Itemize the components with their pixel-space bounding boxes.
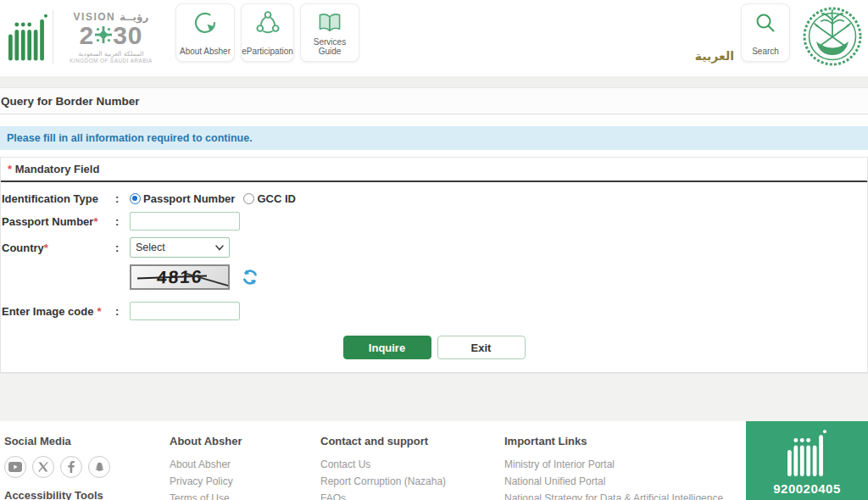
radio-unselected-icon[interactable] — [243, 193, 254, 204]
required-asterisk: * — [93, 215, 97, 228]
footer-contact-column: Contact and support Contact Us Report Co… — [320, 435, 446, 500]
country-row: Country* : Select — [1, 237, 867, 258]
passport-number-row: Passport Number* : — [1, 212, 867, 231]
site-header: VISION رؤيــة 2 30 المملكة العربية السعو… — [0, 0, 868, 76]
social-media-heading: Social Media — [4, 435, 110, 447]
identification-type-options: Passport Number GCC ID — [130, 192, 303, 205]
pre-footer-band — [0, 373, 868, 421]
form-actions: Inquire Exit — [1, 336, 867, 359]
footer-social-column: Social Media Accessibility Tools — [4, 435, 110, 500]
chevron-down-icon — [215, 245, 224, 251]
captcha-row: 4816 — [130, 264, 867, 290]
snapchat-icon[interactable] — [88, 456, 110, 478]
required-asterisk: * — [8, 163, 12, 175]
info-alert: Please fill in all information required … — [0, 126, 868, 150]
mandatory-field-note: * Mandatory Field — [1, 158, 867, 182]
radio-gcc-id[interactable]: GCC ID — [243, 192, 296, 205]
about-absher-icon — [192, 10, 218, 36]
nav-card-search[interactable]: Search — [741, 3, 790, 62]
exit-button[interactable]: Exit — [437, 336, 526, 359]
vision-2030-year: 2 30 — [61, 23, 161, 48]
required-asterisk: * — [97, 305, 101, 318]
country-select[interactable]: Select — [130, 237, 230, 258]
footer-about-column: About Absher About Absher Privacy Policy… — [170, 435, 242, 500]
absher-logo-white — [787, 429, 826, 478]
header-divider — [53, 10, 53, 64]
footer-link-moi-portal[interactable]: Ministry of Interior Portal — [504, 456, 723, 473]
footer-link-terms-of-use[interactable]: Terms of Use — [170, 490, 242, 500]
identification-type-label: Identification Type — [1, 192, 115, 205]
support-phone-number: 920020405 — [773, 481, 841, 496]
identification-type-row: Identification Type : Passport Number GC… — [1, 192, 867, 205]
image-code-row: Enter Image code* : — [1, 302, 867, 320]
passport-number-label: Passport Number* — [1, 215, 115, 228]
ministry-of-interior-emblem — [802, 4, 863, 69]
social-icons — [4, 456, 110, 478]
header-bottom-strip — [0, 76, 868, 88]
vision-2030-logo: VISION رؤيــة 2 30 المملكة العربية السعو… — [61, 11, 161, 64]
form-body: Identification Type : Passport Number GC… — [1, 182, 867, 370]
facebook-icon[interactable] — [60, 456, 82, 478]
vision-2030-wordmark: VISION رؤيــة — [61, 11, 161, 23]
captcha-image: 4816 — [130, 264, 230, 290]
image-code-label: Enter Image code* — [1, 305, 115, 318]
x-twitter-icon[interactable] — [32, 456, 54, 478]
inquire-button[interactable]: Inquire — [343, 336, 431, 359]
footer-link-national-strategy-ai[interactable]: National Strategy for Data & Artificial … — [504, 490, 723, 500]
nav-card-services-guide[interactable]: Services Guide — [300, 3, 359, 62]
nav-card-about-absher[interactable]: About Absher — [175, 3, 235, 62]
eparticipation-icon — [255, 10, 281, 36]
image-code-input[interactable] — [130, 302, 240, 320]
header-nav: About Absher eParticipation — [175, 3, 359, 62]
query-form-panel: * Mandatory Field Identification Type : … — [0, 157, 868, 373]
youtube-icon[interactable] — [4, 456, 26, 478]
page-title: Query for Border Number — [0, 88, 868, 114]
required-asterisk: * — [44, 242, 48, 254]
footer-link-about-absher[interactable]: About Absher — [170, 456, 242, 473]
accessibility-tools-heading: Accessibility Tools — [4, 489, 110, 500]
passport-number-input[interactable] — [130, 212, 240, 231]
absher-logo[interactable] — [8, 6, 47, 69]
footer-link-contact-us[interactable]: Contact Us — [320, 456, 446, 473]
kingdom-name-arabic: المملكة العربية السعودية — [61, 50, 161, 58]
country-label: Country* — [1, 242, 115, 254]
search-icon — [754, 10, 776, 36]
radio-passport-number[interactable]: Passport Number — [130, 192, 235, 205]
refresh-captcha-icon[interactable] — [242, 269, 259, 286]
footer-link-national-unified-portal[interactable]: National Unified Portal — [504, 473, 723, 490]
support-phone-box: 920020405 — [746, 421, 868, 500]
vision-2030-emblem-icon — [95, 26, 112, 45]
radio-selected-icon[interactable] — [130, 193, 141, 204]
footer-link-privacy-policy[interactable]: Privacy Policy — [170, 473, 242, 490]
footer-link-report-corruption[interactable]: Report Corruption (Nazaha) — [320, 473, 446, 490]
nav-card-eparticipation[interactable]: eParticipation — [241, 3, 294, 62]
kingdom-name-latin: KINGDOM OF SAUDI ARABIA — [61, 58, 161, 64]
services-guide-icon — [316, 10, 343, 36]
footer-link-faqs[interactable]: FAQs — [320, 490, 446, 500]
language-switch-arabic[interactable]: العربية — [695, 49, 734, 63]
footer-important-links-column: Important Links Ministry of Interior Por… — [504, 435, 723, 500]
site-footer: Social Media Accessibility Tools About A… — [0, 421, 868, 500]
